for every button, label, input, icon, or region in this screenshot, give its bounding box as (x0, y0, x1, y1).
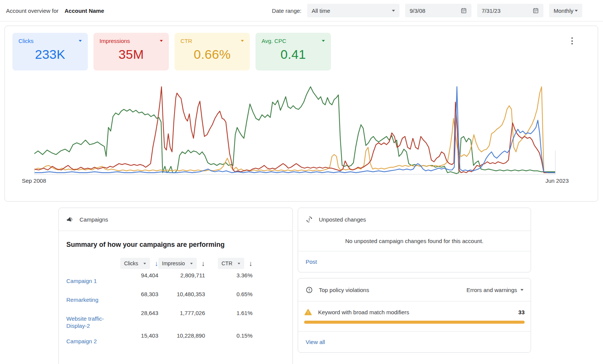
granularity-value: Monthly (554, 8, 574, 14)
clicks-value: 15,403 (106, 329, 158, 339)
view-all-link[interactable]: View all (306, 339, 325, 345)
axis-tick-right (555, 151, 556, 174)
chart-line-ctr (34, 87, 556, 173)
x-axis-start-label: Sep 2008 (22, 177, 46, 184)
sort-descending-icon[interactable]: ↓ (249, 260, 253, 267)
warning-icon (304, 308, 312, 316)
clicks-value: 68,303 (106, 288, 158, 297)
metric-scorecards: Clicks 233K Impressions 35M CTR 0.66% Av… (5, 26, 598, 70)
chevron-down-icon (322, 40, 325, 42)
scorecard-ctr[interactable]: CTR 0.66% (174, 33, 250, 70)
page-title-prefix: Account overview for (6, 8, 58, 14)
scorecard-value: 35M (99, 47, 163, 62)
post-button[interactable]: Post (306, 258, 317, 265)
violation-bar (304, 321, 525, 324)
unposted-changes-panel: Unposted changes No unposted campaign ch… (298, 208, 531, 272)
column-select-clicks[interactable]: Clicks (120, 258, 150, 269)
unposted-panel-title: Unposted changes (319, 216, 366, 223)
policy-alert-icon (305, 286, 313, 294)
scorecard-value: 233K (18, 47, 82, 62)
campaign-link[interactable]: Campaign 2 (66, 329, 106, 345)
scorecard-clicks[interactable]: Clicks 233K (12, 33, 88, 70)
account-name: Account Name (64, 8, 104, 14)
panels-row: Campaigns Summary of how your campaigns … (58, 208, 603, 364)
ctr-value: 1.61% (205, 307, 253, 316)
more-options-button[interactable] (570, 36, 574, 46)
campaigns-panel-header: Campaigns (59, 208, 292, 231)
chevron-down-icon (190, 263, 193, 264)
x-axis-end-label: Jun 2023 (545, 177, 569, 184)
filter-label: Errors and warnings (467, 287, 517, 293)
chevron-down-icon (520, 289, 523, 291)
calendar-icon (533, 7, 539, 14)
column-label: Impressio (162, 260, 185, 266)
scorecard-avg-cpc[interactable]: Avg. CPC 0.41 (256, 33, 331, 70)
sync-alert-icon (305, 216, 313, 223)
clicks-value: 28,643 (106, 307, 158, 316)
campaign-link[interactable]: Remarketing (66, 288, 106, 303)
campaigns-panel-title: Campaigns (80, 216, 108, 223)
campaign-link[interactable]: Website traffic-Display-2 (66, 307, 106, 329)
impressions-value: 2,809,711 (158, 269, 205, 278)
campaign-row: Remarketing 68,303 10,480,353 0.65% (59, 288, 292, 307)
impressions-value: 10,228,890 (158, 329, 205, 339)
sort-descending-icon[interactable]: ↓ (202, 260, 205, 267)
clicks-value: 94,404 (106, 269, 158, 278)
campaigns-summary-title: Summary of how your campaigns are perfor… (66, 241, 285, 249)
date-preset-select[interactable]: All time (307, 4, 399, 17)
campaigns-table-header: Clicks ↓ Impressio ↓ CTR ↓ (59, 258, 292, 269)
errors-warnings-filter[interactable]: Errors and warnings (467, 287, 523, 293)
date-range-label: Date range: (272, 8, 302, 14)
column-select-ctr[interactable]: CTR (218, 258, 244, 269)
campaigns-panel: Campaigns Summary of how your campaigns … (58, 208, 293, 364)
ctr-value: 0.15% (205, 329, 253, 339)
chevron-down-icon (575, 10, 578, 12)
top-bar: Account overview for Account Name Date r… (0, 0, 603, 21)
chevron-down-icon (392, 10, 395, 12)
campaign-link[interactable]: Campaign 1 (66, 269, 106, 284)
x-axis-labels: Sep 2008 Jun 2023 (22, 177, 569, 184)
chevron-down-icon (143, 263, 146, 264)
column-label: Clicks (124, 260, 138, 266)
end-date-value: 7/31/23 (482, 8, 500, 14)
axis-tick-left (34, 169, 35, 174)
scorecard-label: Clicks (18, 38, 34, 44)
scorecard-label: CTR (181, 38, 192, 44)
chart-line-avg-cpc (34, 87, 556, 173)
policy-panel-title: Top policy violations (319, 287, 369, 293)
policy-violations-panel: Top policy violations Errors and warning… (298, 278, 531, 353)
right-column: Unposted changes No unposted campaign ch… (298, 208, 531, 353)
chart-canvas (34, 84, 556, 174)
campaign-row: Campaign 1 94,404 2,809,711 3.36% (59, 269, 292, 288)
end-date-field[interactable]: 7/31/23 (477, 4, 543, 17)
start-date-value: 9/3/08 (410, 8, 425, 14)
impressions-value: 10,480,353 (158, 288, 205, 297)
column-label: CTR (222, 260, 233, 266)
ctr-value: 0.65% (205, 288, 253, 297)
ctr-value: 3.36% (205, 269, 253, 278)
unposted-panel-header: Unposted changes (298, 208, 531, 231)
chart-line-impressions (34, 87, 556, 173)
scorecard-label: Avg. CPC (262, 38, 286, 44)
scorecard-value: 0.41 (262, 47, 325, 62)
sort-descending-icon[interactable]: ↓ (155, 260, 159, 267)
scorecard-label: Impressions (99, 38, 130, 44)
chart-line-clicks (34, 87, 556, 173)
granularity-select[interactable]: Monthly (549, 4, 582, 17)
scorecard-impressions[interactable]: Impressions 35M (93, 33, 169, 70)
start-date-field[interactable]: 9/3/08 (405, 4, 471, 17)
scorecard-value: 0.66% (181, 47, 244, 62)
date-preset-value: All time (312, 8, 330, 14)
violation-label: Keyword with broad match modifiers (318, 309, 512, 315)
empty-state-message: No unposted campaign changes found for t… (298, 231, 531, 251)
calendar-icon (461, 7, 467, 14)
performance-line-chart (34, 84, 556, 174)
campaign-row: Website traffic-Display-2 28,643 1,777,0… (59, 307, 292, 329)
chevron-down-icon (79, 40, 82, 42)
megaphone-icon (66, 216, 74, 223)
chevron-down-icon (160, 40, 163, 42)
date-range-controls: Date range: All time 9/3/08 7/31/23 (272, 4, 582, 17)
column-select-impressions[interactable]: Impressio (158, 258, 197, 269)
impressions-value: 1,777,026 (158, 307, 205, 316)
policy-panel-header: Top policy violations Errors and warning… (298, 278, 531, 301)
